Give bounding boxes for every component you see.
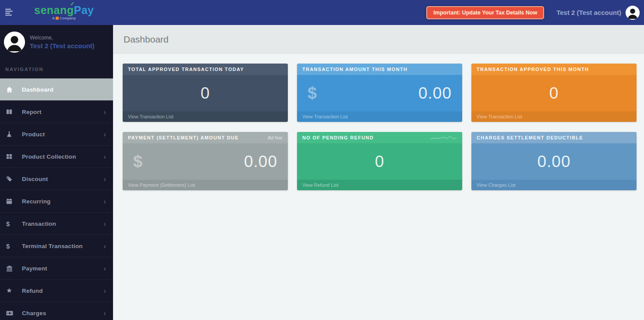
card-footer-link[interactable]: View Transaction List	[471, 111, 637, 122]
stat-card-payment-settlement-amount-due: PAYMENT (SETTLEMENT) AMOUNT DUEAd hoc$0.…	[123, 132, 288, 190]
logo-text: senangPay✓	[34, 5, 94, 16]
chevron-right-icon: ›	[103, 265, 106, 272]
card-footer-link[interactable]: View Transaction List	[123, 111, 288, 122]
sidebar: Welcome, Test 2 (Test account) NAVIGATIO…	[0, 25, 113, 320]
card-value: 0.00	[537, 153, 570, 171]
sidebar-item-label: Recurring	[22, 198, 51, 205]
star-icon	[6, 288, 22, 294]
sidebar-item-label: Report	[22, 109, 42, 115]
sidebar-item-dashboard[interactable]: Dashboard	[0, 78, 113, 100]
calendar-icon	[6, 198, 22, 204]
navigation-header: NAVIGATION	[0, 61, 113, 78]
welcome-text: Welcome,	[30, 35, 95, 41]
sidebar-item-label: Terminal Transaction	[22, 243, 83, 249]
card-body: 0.00	[471, 143, 637, 180]
card-title-text: CHARGES SETTLEMENT DEDUCTIBLE	[477, 135, 583, 140]
grid-icon	[6, 153, 22, 160]
chevron-right-icon: ›	[103, 309, 106, 317]
top-navbar: senangPay✓ ACompany Important: Update Yo…	[0, 0, 644, 25]
card-title-text: TRANSACTION AMOUNT THIS MONTH	[302, 67, 407, 72]
card-title-text: NO OF PENDING REFUND	[302, 135, 374, 140]
card-value: 0.00	[418, 84, 452, 103]
sidebar-item-label: Product	[22, 131, 45, 138]
card-body: $0.00	[123, 143, 288, 180]
card-title: NO OF PENDING REFUND	[297, 132, 462, 143]
chevron-right-icon: ›	[103, 287, 106, 295]
sidebar-item-recurring[interactable]: Recurring›	[0, 190, 113, 212]
card-title: CHARGES SETTLEMENT DEDUCTIBLE	[471, 132, 637, 143]
chevron-right-icon: ›	[103, 175, 106, 183]
stat-card-total-approved-transaction-today: TOTAL APPROVED TRANSACTION TODAY0View Tr…	[123, 64, 288, 122]
stat-card-transaction-approved-this-month: TRANSACTION APPROVED THIS MONTH0View Tra…	[471, 64, 637, 122]
card-body: 0	[297, 143, 462, 180]
chevron-right-icon: ›	[103, 220, 106, 228]
card-value: 0	[549, 84, 559, 103]
sidebar-item-label: Refund	[22, 288, 43, 294]
chevron-right-icon: ›	[103, 153, 106, 160]
cards-grid: TOTAL APPROVED TRANSACTION TODAY0View Tr…	[113, 54, 644, 200]
main-content: Dashboard TOTAL APPROVED TRANSACTION TOD…	[113, 0, 644, 200]
card-body: 0	[471, 75, 637, 111]
logo-tagline: ACompany	[34, 16, 94, 20]
sidebar-item-report[interactable]: Report›	[0, 100, 113, 123]
card-body: $0.00	[297, 75, 462, 111]
chevron-right-icon: ›	[103, 131, 106, 138]
banknote-icon	[6, 310, 22, 316]
home-icon	[6, 86, 22, 93]
chevron-right-icon: ›	[103, 108, 106, 116]
sidebar-user-name: Test 2 (Test account)	[30, 42, 95, 50]
card-footer-link[interactable]: View Transaction List	[297, 111, 462, 122]
dollar-icon: $	[6, 220, 22, 228]
flask-icon	[6, 131, 22, 137]
card-title-text: PAYMENT (SETTLEMENT) AMOUNT DUE	[128, 135, 239, 140]
report-icon	[6, 109, 22, 115]
sidebar-item-discount[interactable]: Discount›	[0, 167, 113, 190]
chevron-right-icon: ›	[103, 242, 106, 250]
sidebar-item-label: Discount	[22, 176, 48, 182]
check-icon: ✓	[70, 1, 75, 7]
sidebar-avatar-icon	[4, 32, 25, 53]
page-header: Dashboard	[113, 25, 644, 54]
sparkline-icon	[430, 135, 457, 140]
bank-icon	[6, 265, 22, 272]
card-value: 0	[201, 84, 210, 103]
sidebar-item-product-collection[interactable]: Product Collection›	[0, 145, 113, 167]
tax-alert-button[interactable]: Important: Update Your Tax Details Now	[426, 6, 544, 19]
stat-card-no-of-pending-refund: NO OF PENDING REFUND0View Refund List	[297, 132, 462, 190]
sidebar-item-payment[interactable]: Payment›	[0, 257, 113, 279]
navbar-user-menu[interactable]: Test 2 (Test account)	[556, 6, 640, 20]
navbar-user-name: Test 2 (Test account)	[556, 9, 621, 16]
sidebar-item-charges[interactable]: Charges›	[0, 302, 113, 320]
card-value: 0	[375, 153, 385, 171]
menu-toggle-icon[interactable]	[5, 9, 15, 16]
stat-card-charges-settlement-deductible: CHARGES SETTLEMENT DEDUCTIBLE0.00View Ch…	[471, 132, 637, 190]
sidebar-item-transaction[interactable]: $Transaction›	[0, 212, 113, 235]
page-title: Dashboard	[124, 34, 169, 45]
sidebar-item-label: Dashboard	[22, 86, 53, 93]
card-footer-link[interactable]: View Charges List	[471, 180, 637, 190]
stat-card-transaction-amount-this-month: TRANSACTION AMOUNT THIS MONTH$0.00View T…	[297, 64, 462, 122]
card-title-text: TRANSACTION APPROVED THIS MONTH	[477, 67, 589, 72]
card-title: PAYMENT (SETTLEMENT) AMOUNT DUEAd hoc	[123, 132, 288, 143]
card-value: 0.00	[244, 153, 277, 171]
dollar-icon: $	[133, 152, 142, 171]
card-corner-label: Ad hoc	[268, 135, 283, 140]
card-title: TOTAL APPROVED TRANSACTION TODAY	[123, 64, 288, 75]
company-square-icon	[56, 17, 59, 20]
user-avatar-icon	[626, 6, 640, 20]
card-title-text: TOTAL APPROVED TRANSACTION TODAY	[128, 67, 244, 72]
card-title: TRANSACTION AMOUNT THIS MONTH	[297, 64, 462, 75]
sidebar-item-label: Product Collection	[22, 153, 76, 160]
tag-icon	[6, 176, 22, 182]
sidebar-item-terminal-transaction[interactable]: $Terminal Transaction›	[0, 235, 113, 257]
sidebar-item-label: Transaction	[22, 220, 56, 227]
card-footer-link[interactable]: View Payment (Settlement) List	[123, 180, 288, 190]
card-footer-link[interactable]: View Refund List	[297, 180, 462, 190]
sidebar-item-label: Payment	[22, 265, 47, 272]
card-body: 0	[123, 75, 288, 111]
dollar-icon: $	[6, 242, 22, 250]
senangpay-logo[interactable]: senangPay✓ ACompany	[34, 5, 94, 20]
sidebar-item-refund[interactable]: Refund›	[0, 279, 113, 302]
dollar-icon: $	[308, 84, 317, 103]
sidebar-item-product[interactable]: Product›	[0, 123, 113, 145]
